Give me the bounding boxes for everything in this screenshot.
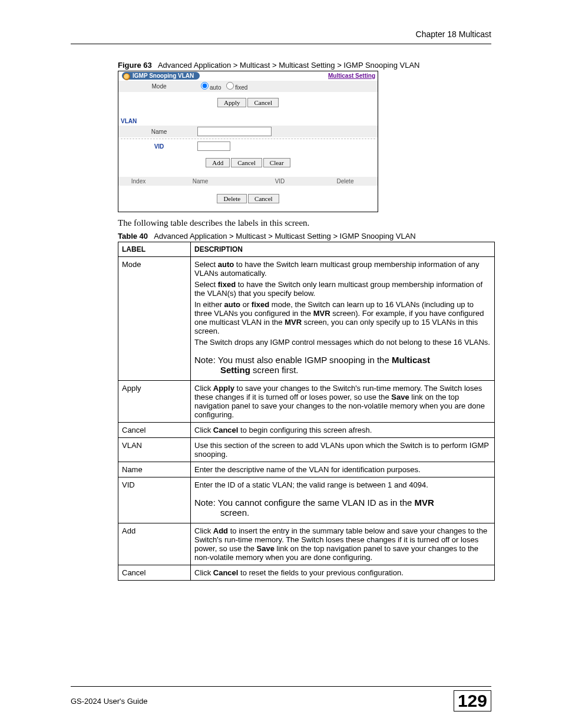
row-apply-label: Apply: [118, 381, 191, 423]
t: to reset the fields to your previous con…: [238, 568, 403, 577]
header-rule: [71, 44, 491, 44]
row-cancel1-label: Cancel: [118, 423, 191, 438]
t: Click: [194, 526, 213, 535]
row-apply-desc: Click Apply to save your changes to the …: [191, 381, 495, 423]
add-button[interactable]: Add: [206, 158, 230, 167]
mode-fixed-radio[interactable]: [226, 82, 234, 90]
cancel-button-2[interactable]: Cancel: [231, 158, 262, 167]
vid-note: Note: You cannot configure the same VLAN…: [194, 498, 491, 518]
row-cancel2-label: Cancel: [118, 565, 191, 581]
mode-note: Note: You must also enable IGMP snooping…: [194, 355, 491, 375]
mode-auto-radio[interactable]: [201, 82, 209, 90]
th-label: LABEL: [118, 242, 191, 257]
t: Apply: [213, 384, 234, 393]
t: to have the Switch only learn multicast …: [194, 280, 482, 298]
t: The Switch drops any IGMP control messag…: [194, 338, 491, 347]
page-footer: GS-2024 User's Guide 129: [71, 686, 491, 711]
table-row: Cancel Click Cancel to begin configuring…: [118, 423, 495, 438]
col-name: Name: [156, 178, 244, 185]
t: Note: You cannot configure the same VLAN…: [194, 498, 415, 508]
t: screen first.: [250, 365, 299, 375]
t: Setting: [220, 365, 250, 375]
footer-guide-title: GS-2024 User's Guide: [71, 697, 147, 706]
row-vid-desc: Enter the ID of a static VLAN; the valid…: [191, 477, 495, 523]
chapter-title: Chapter 18 Multicast: [71, 29, 491, 39]
vid-input[interactable]: [197, 141, 230, 151]
mode-auto-text: auto: [210, 84, 221, 91]
row-name-label: Name: [118, 462, 191, 477]
clear-button[interactable]: Clear: [263, 158, 290, 167]
t: Select: [194, 260, 218, 269]
t: Save: [257, 544, 275, 553]
t: screen.: [194, 508, 491, 518]
figure-caption-text: Advanced Application > Multicast > Multi…: [158, 61, 420, 70]
table-row: Mode Select auto to have the Switch lear…: [118, 257, 495, 381]
mode-fixed-text: fixed: [235, 84, 247, 91]
table-label: Table 40: [118, 232, 148, 241]
table-row: Apply Click Apply to save your changes t…: [118, 381, 495, 423]
t: Select: [194, 280, 218, 289]
t: to have the Switch learn multicast group…: [194, 260, 479, 278]
row-add-desc: Click Add to insert the entry in the sum…: [191, 523, 495, 565]
col-index: Index: [121, 178, 156, 185]
mode-options: auto fixed: [197, 82, 247, 91]
table-caption: Table 40 Advanced Application > Multicas…: [118, 232, 491, 241]
t: Multicast: [392, 355, 430, 365]
row-vid-label: VID: [118, 477, 191, 523]
cancel-button-1[interactable]: Cancel: [247, 98, 279, 107]
t: Note: You must also enable IGMP snooping…: [194, 355, 392, 365]
table-row: Cancel Click Cancel to reset the fields …: [118, 565, 495, 581]
t: fixed: [252, 300, 269, 309]
summary-table-header: Index Name VID Delete: [118, 177, 378, 186]
table-row: VLAN Use this section of the screen to a…: [118, 438, 495, 462]
t: Save: [391, 393, 409, 401]
t: MVR: [415, 498, 434, 508]
col-vid: VID: [244, 178, 315, 185]
table-row: Add Click Add to insert the entry in the…: [118, 523, 495, 565]
t: Click: [194, 568, 213, 577]
panel-title: IGMP Snooping VLAN: [122, 72, 200, 80]
row-vlan-label: VLAN: [118, 438, 191, 462]
page-number: 129: [454, 690, 491, 711]
cancel-button-3[interactable]: Cancel: [248, 194, 279, 203]
table-caption-text: Advanced Application > Multicast > Multi…: [154, 232, 416, 241]
multicast-setting-link[interactable]: Multicast Setting: [328, 73, 375, 79]
vlan-section-header: VLAN: [118, 117, 378, 126]
t: Cancel: [213, 568, 239, 577]
row-cancel1-desc: Click Cancel to begin configuring this s…: [191, 423, 495, 438]
screenshot-panel: IGMP Snooping VLAN Multicast Setting Mod…: [118, 71, 378, 212]
th-desc: DESCRIPTION: [191, 242, 495, 257]
t: fixed: [218, 280, 236, 289]
table-row: VID Enter the ID of a static VLAN; the v…: [118, 477, 495, 523]
delete-button[interactable]: Delete: [217, 194, 247, 203]
t: Click: [194, 384, 213, 393]
mode-label: Mode: [121, 83, 197, 90]
row-vlan-desc: Use this section of the screen to add VL…: [191, 438, 495, 462]
name-field-label: Name: [121, 129, 197, 135]
t: MVR: [313, 309, 330, 318]
row-name-desc: Enter the descriptive name of the VLAN f…: [191, 462, 495, 477]
vid-field-label: VID: [121, 143, 197, 150]
row-mode-desc: Select auto to have the Switch learn mul…: [191, 257, 495, 381]
t: auto: [218, 260, 234, 269]
row-mode-label: Mode: [118, 257, 191, 381]
row-add-label: Add: [118, 523, 191, 565]
row-cancel2-desc: Click Cancel to reset the fields to your…: [191, 565, 495, 581]
name-input[interactable]: [197, 127, 272, 136]
t: or: [240, 300, 252, 309]
apply-button[interactable]: Apply: [217, 98, 247, 107]
col-delete: Delete: [315, 178, 375, 185]
row-separator: [121, 139, 375, 139]
description-table: LABEL DESCRIPTION Mode Select auto to ha…: [118, 242, 495, 581]
intro-text: The following table describes the labels…: [118, 218, 491, 228]
figure-label: Figure 63: [118, 61, 152, 70]
t: Add: [213, 526, 228, 535]
t: Enter the ID of a static VLAN; the valid…: [194, 480, 491, 489]
t: Cancel: [213, 426, 239, 434]
t: auto: [224, 300, 240, 309]
t: In either: [194, 300, 224, 309]
t: Click: [194, 426, 213, 434]
table-row: Name Enter the descriptive name of the V…: [118, 462, 495, 477]
t: to begin configuring this screen afresh.: [238, 426, 372, 434]
figure-caption: Figure 63 Advanced Application > Multica…: [118, 61, 491, 70]
